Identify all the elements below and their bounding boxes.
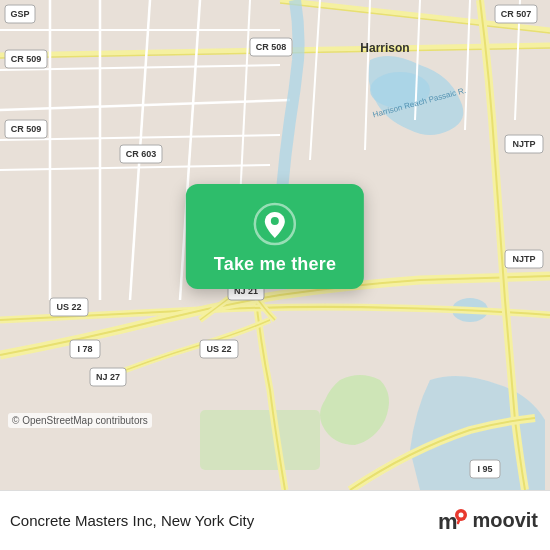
take-me-there-button[interactable]: Take me there xyxy=(186,184,364,289)
map-container: CR 507 GSP CR 509 CR 508 Harrison CR 509… xyxy=(0,0,550,490)
svg-text:m: m xyxy=(438,509,458,534)
svg-text:CR 509: CR 509 xyxy=(11,54,42,64)
svg-text:Harrison: Harrison xyxy=(360,41,409,55)
svg-text:CR 507: CR 507 xyxy=(501,9,532,19)
svg-text:NJTP: NJTP xyxy=(512,254,535,264)
svg-text:US 22: US 22 xyxy=(206,344,231,354)
svg-text:I 95: I 95 xyxy=(477,464,492,474)
location-pin-icon xyxy=(253,202,297,246)
svg-text:CR 603: CR 603 xyxy=(126,149,157,159)
svg-point-57 xyxy=(459,512,464,517)
moovit-logo: m moovit xyxy=(436,505,538,537)
svg-text:NJ 27: NJ 27 xyxy=(96,372,120,382)
svg-point-54 xyxy=(271,217,279,225)
svg-text:CR 509: CR 509 xyxy=(11,124,42,134)
svg-text:GSP: GSP xyxy=(10,9,29,19)
svg-text:NJTP: NJTP xyxy=(512,139,535,149)
business-name: Concrete Masters Inc, New York City xyxy=(10,512,254,529)
bottom-bar: Concrete Masters Inc, New York City m mo… xyxy=(0,490,550,550)
svg-text:US 22: US 22 xyxy=(56,302,81,312)
svg-text:CR 508: CR 508 xyxy=(256,42,287,52)
moovit-logo-text: moovit xyxy=(472,509,538,532)
take-me-there-label: Take me there xyxy=(214,254,336,275)
svg-text:I 78: I 78 xyxy=(77,344,92,354)
osm-attribution: © OpenStreetMap contributors xyxy=(8,413,152,428)
moovit-logo-icon: m xyxy=(436,505,468,537)
svg-rect-3 xyxy=(200,410,320,470)
